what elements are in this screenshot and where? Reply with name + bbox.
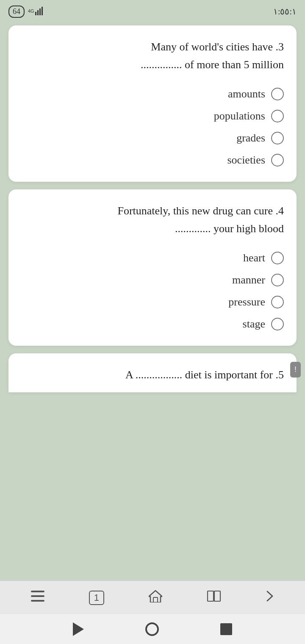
home-icon: [149, 590, 162, 605]
page-number-badge: 1: [89, 591, 104, 605]
book-icon: [207, 590, 221, 605]
network-icon: 4G: [28, 6, 43, 17]
option-label: amounts: [228, 88, 265, 100]
status-bar: 64 4G ١:٥٥:١: [0, 0, 305, 21]
svg-rect-5: [31, 591, 44, 592]
list-item[interactable]: grades: [21, 129, 284, 147]
battery-indicator: 64: [8, 6, 25, 18]
home-button[interactable]: [146, 587, 165, 608]
svg-rect-10: [208, 591, 214, 601]
back-button[interactable]: [73, 622, 84, 636]
radio-societies[interactable]: [271, 154, 284, 167]
list-item[interactable]: societies: [21, 151, 284, 169]
menu-icon: [31, 591, 44, 605]
svg-rect-11: [214, 591, 220, 601]
recents-button[interactable]: [220, 623, 232, 635]
book-button[interactable]: [204, 588, 224, 608]
system-bar: [0, 614, 305, 644]
radio-amounts[interactable]: [271, 88, 284, 100]
option-label: societies: [227, 154, 265, 167]
feedback-button[interactable]: !: [290, 362, 301, 378]
status-left: 64 4G: [8, 6, 43, 18]
list-item[interactable]: pressure: [21, 293, 284, 311]
question-card-5-partial: ! A ................. diet is important …: [8, 353, 297, 392]
home-circle-icon: [145, 622, 159, 636]
svg-rect-9: [153, 597, 158, 602]
question-card-4: Fortunately, this new drug can cure .4 .…: [8, 189, 297, 346]
time-display: ١:٥٥:١: [273, 6, 297, 17]
recents-square-icon: [220, 623, 232, 635]
content-area: Many of world's cities have .3 .........…: [0, 21, 305, 580]
option-label: heart: [243, 252, 265, 264]
options-list-3: amounts populations grades societies: [21, 85, 284, 169]
radio-pressure[interactable]: [271, 296, 284, 308]
list-item[interactable]: amounts: [21, 85, 284, 103]
option-label: pressure: [228, 296, 265, 308]
list-item[interactable]: manner: [21, 271, 284, 289]
nav-bar: 1: [0, 580, 305, 614]
options-list-4: heart manner pressure stage: [21, 249, 284, 333]
chevron-right-icon: [266, 590, 274, 605]
svg-rect-7: [31, 600, 44, 602]
question-card-3: Many of world's cities have .3 .........…: [8, 25, 297, 182]
option-label: grades: [236, 132, 265, 144]
question-5-partial-text: A ................. diet is important fo…: [21, 366, 284, 384]
svg-rect-4: [42, 7, 43, 15]
svg-rect-1: [35, 12, 36, 15]
radio-heart[interactable]: [271, 252, 284, 264]
svg-text:4G: 4G: [28, 8, 34, 14]
svg-rect-3: [39, 8, 41, 15]
radio-populations[interactable]: [271, 110, 284, 122]
next-button[interactable]: [263, 587, 277, 608]
list-item[interactable]: heart: [21, 249, 284, 267]
radio-manner[interactable]: [271, 274, 284, 286]
page-number-button[interactable]: 1: [86, 588, 107, 608]
svg-rect-2: [37, 10, 39, 15]
radio-stage[interactable]: [271, 318, 284, 330]
option-label: populations: [214, 110, 265, 122]
home-system-button[interactable]: [145, 622, 159, 636]
question-4-text: Fortunately, this new drug can cure .4 .…: [21, 202, 284, 237]
menu-button[interactable]: [28, 588, 47, 607]
option-label: manner: [232, 274, 265, 286]
question-3-text: Many of world's cities have .3 .........…: [21, 38, 284, 73]
svg-marker-8: [149, 591, 162, 602]
option-label: stage: [243, 318, 265, 330]
list-item[interactable]: stage: [21, 315, 284, 333]
back-icon: [73, 622, 84, 636]
svg-rect-6: [31, 595, 44, 597]
radio-grades[interactable]: [271, 132, 284, 144]
list-item[interactable]: populations: [21, 107, 284, 125]
